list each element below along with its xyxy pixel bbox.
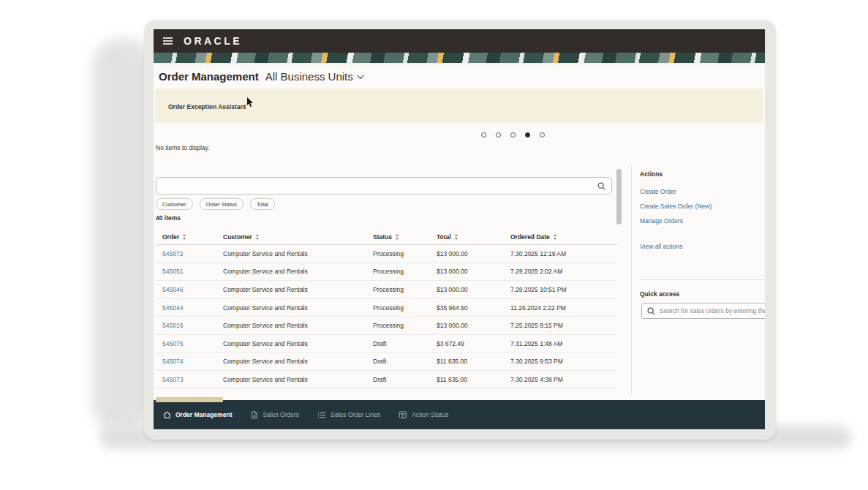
order-link[interactable]: 545016	[162, 322, 223, 329]
view-all-actions-link[interactable]: View all actions	[640, 243, 682, 250]
orders-table: Order Customer Status Total Ordered Date…	[156, 230, 617, 389]
orders-search-input[interactable]	[156, 182, 597, 189]
cell-customer: Computer Service and Rentals	[223, 286, 373, 293]
assistant-title: Order Exception Assistant	[168, 103, 246, 110]
top-app-bar: ORACLE	[154, 29, 765, 53]
table-row: 545075 Computer Service and Rentals Draf…	[156, 335, 617, 353]
table-row: 545073 Computer Service and Rentals Draf…	[156, 371, 617, 389]
cursor-icon	[246, 97, 254, 108]
order-link[interactable]: 545051	[162, 268, 223, 275]
cell-customer: Computer Service and Rentals	[223, 250, 373, 257]
table-row: 545051 Computer Service and Rentals Proc…	[156, 263, 617, 282]
cell-ordered-date: 11.26.2024 2:22 PM	[510, 304, 619, 312]
page: ORACLE Order Management All Business Uni…	[0, 0, 868, 490]
tab-sales-orders[interactable]: Sales Orders	[250, 411, 299, 419]
order-link[interactable]: 545046	[162, 286, 223, 293]
page-title: Order Management	[159, 70, 259, 83]
cell-status: Processing	[373, 268, 437, 275]
order-link[interactable]: 545074	[162, 358, 223, 365]
table-row: 545074 Computer Service and Rentals Draf…	[156, 353, 617, 372]
sort-icon[interactable]	[256, 234, 259, 240]
tab-label: Order Management	[176, 411, 232, 418]
filter-chips: Customer Order Status Total	[156, 198, 275, 210]
cell-customer: Computer Service and Rentals	[223, 376, 373, 383]
tab-label: Sales Order Lines	[331, 411, 380, 418]
table-header-row: Order Customer Status Total Ordered Date	[156, 230, 617, 245]
manage-orders-link[interactable]: Manage Orders	[640, 217, 683, 225]
cell-status: Draft	[373, 376, 437, 383]
filter-chip-total[interactable]: Total	[250, 198, 275, 210]
quick-access-search-input[interactable]	[660, 307, 765, 314]
banner-image	[154, 53, 765, 64]
chevron-down-icon	[357, 72, 364, 79]
panel-divider	[631, 165, 632, 396]
menu-icon[interactable]	[163, 37, 173, 45]
order-link[interactable]: 545075	[162, 340, 223, 347]
cell-total: $13 000.00	[437, 250, 510, 257]
tab-label: Sales Orders	[263, 411, 299, 418]
oracle-logo: ORACLE	[184, 35, 242, 47]
scrollbar[interactable]	[616, 169, 622, 225]
cell-total: $11 635.00	[437, 376, 510, 383]
section-divider	[640, 279, 765, 280]
column-header-ordered-date[interactable]: Ordered Date	[510, 233, 619, 241]
empty-state-message: No items to display.	[156, 144, 210, 151]
sort-icon[interactable]	[554, 234, 556, 240]
cell-status: Processing	[373, 286, 437, 293]
create-sales-order-new-link[interactable]: Create Sales Order (New)	[640, 203, 712, 210]
results-count: 40 items	[156, 214, 181, 222]
cell-total: $35 964.50	[437, 304, 510, 312]
sort-icon[interactable]	[455, 234, 458, 240]
table-row: 545072 Computer Service and Rentals Proc…	[156, 245, 617, 263]
filter-chip-order-status[interactable]: Order Status	[200, 198, 244, 210]
carousel-dot[interactable]	[540, 132, 545, 137]
cell-status: Draft	[373, 340, 437, 347]
table-row: 545044 Computer Service and Rentals Proc…	[156, 299, 617, 317]
cell-total: $13 000.00	[437, 286, 510, 293]
cell-ordered-date: 7.28.2025 10:51 PM	[510, 286, 619, 293]
carousel-dot[interactable]	[510, 132, 516, 137]
sort-icon[interactable]	[396, 234, 399, 240]
sort-icon[interactable]	[183, 234, 186, 240]
column-header-status[interactable]: Status	[373, 233, 437, 241]
bottom-navigation: Order Management Sales Orders	[154, 400, 765, 429]
table-row: 545046 Computer Service and Rentals Proc…	[156, 281, 617, 299]
carousel-pagination	[481, 132, 545, 137]
main-column: No items to display. Customer Order Stat…	[154, 123, 631, 400]
carousel-dot[interactable]	[481, 132, 486, 137]
tab-action-status[interactable]: Action Status	[399, 411, 448, 419]
column-header-order[interactable]: Order	[162, 233, 223, 241]
app-window: ORACLE Order Management All Business Uni…	[154, 29, 765, 429]
cell-status: Processing	[373, 322, 437, 329]
cell-customer: Computer Service and Rentals	[223, 304, 373, 312]
column-header-total[interactable]: Total	[437, 233, 510, 241]
create-order-link[interactable]: Create Order	[640, 188, 676, 195]
carousel-dot[interactable]	[496, 132, 501, 137]
cell-customer: Computer Service and Rentals	[223, 268, 373, 275]
order-link[interactable]: 545044	[162, 304, 223, 312]
cell-ordered-date: 7.25.2025 8:15 PM	[510, 322, 619, 329]
tab-order-management[interactable]: Order Management	[163, 411, 232, 419]
order-exception-assistant-panel[interactable]: Order Exception Assistant	[155, 88, 763, 123]
cell-ordered-date: 7.30.2025 12:19 AM	[510, 250, 619, 257]
cell-ordered-date: 7.30.2025 9:53 PM	[510, 358, 619, 365]
column-header-customer[interactable]: Customer	[223, 233, 373, 241]
content-area: No items to display. Customer Order Stat…	[154, 123, 765, 400]
search-icon[interactable]	[597, 182, 605, 190]
tab-sales-order-lines[interactable]: Sales Order Lines	[317, 411, 380, 419]
document-icon	[250, 411, 258, 419]
actions-title: Actions	[640, 170, 663, 178]
filter-chip-customer[interactable]: Customer	[156, 198, 193, 210]
table-row: 545016 Computer Service and Rentals Proc…	[156, 317, 617, 335]
cell-status: Draft	[373, 358, 437, 365]
search-icon	[647, 307, 655, 315]
actions-panel: Actions Create Order Create Sales Order …	[640, 123, 765, 400]
order-link[interactable]: 545073	[162, 376, 223, 383]
quick-access-search-box	[641, 303, 765, 319]
cell-total: $3 672.49	[437, 340, 510, 347]
carousel-dot-active[interactable]	[525, 132, 530, 137]
business-unit-picker[interactable]: All Business Units	[265, 70, 362, 83]
active-tab-indicator	[156, 397, 223, 402]
order-link[interactable]: 545072	[162, 250, 223, 257]
grid-icon	[399, 411, 407, 419]
